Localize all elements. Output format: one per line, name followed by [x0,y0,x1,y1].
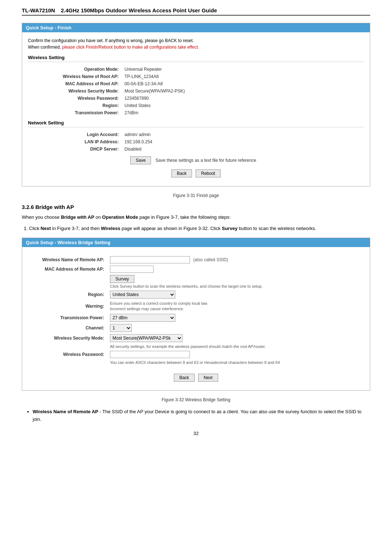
table-row: Wireless Password: 1234567890 [28,95,364,102]
root-ap-name-value: TP-LINK_1234A8 [122,73,364,80]
reboot-button[interactable]: Reboot [196,169,221,177]
login-account-value: admin/ admin [122,131,364,138]
wireless-section-heading: Wireless Setting [28,55,364,62]
table-row: Operation Mode: Universal Repeater [28,66,364,73]
wbs-remote-name-cell: (also called SSID) [108,255,364,264]
region-label: Region: [28,102,122,109]
wbs-password-label: Wireless Password: [28,350,108,359]
finish-panel-header: Quick Setup - Finish [22,23,370,32]
wbs-warning-cell: Ensure you select a correct country to c… [108,300,364,313]
table-row: Channel: 1 [28,323,364,333]
wbs-form-table: Wireless Name of Remote AP: (also called… [28,252,364,369]
wbs-mac-input[interactable] [110,266,154,273]
model-name: TL-WA7210N [22,7,55,13]
survey-note: Click Survey button to scan the wireless… [110,284,362,288]
wbs-next-button[interactable]: Next [198,374,218,382]
warning-text2: Incorrect settings may cause interferenc… [110,306,362,312]
security-note-cell: All security settings, for example the w… [108,343,364,350]
also-ssid-note: (also called SSID) [193,257,228,262]
wbs-channel-select[interactable]: 1 [110,324,132,332]
table-row: All security settings, for example the w… [28,343,364,350]
save-row: Save Save these settings as a text file … [28,156,364,164]
wbs-tx-power-select[interactable]: 27 dBm [110,314,175,322]
wbs-channel-label: Channel: [28,323,108,333]
dhcp-server-label: DHCP Server: [28,145,122,153]
table-row: Login Account: admin/ admin [28,131,364,138]
finish-intro-line1: Confirm the configuration you have set. … [28,38,194,43]
wireless-bold: Wireless [101,226,120,231]
table-row: Warning: Ensure you select a correct cou… [28,300,364,313]
finish-panel: Quick Setup - Finish Confirm the configu… [22,23,370,186]
wbs-security-select[interactable]: Most Secure(WPA/WPA2-PSk [110,334,183,342]
section-326-title: 3.2.6 Bridge with AP [22,204,370,210]
tx-power-label: Transmission Power: [28,109,122,116]
table-row: Region: United States [28,102,364,109]
lan-ip-label: LAN IP Address: [28,138,122,145]
table-row: MAC Address of Remote AP: [28,264,364,274]
wbs-security-cell: Most Secure(WPA/WPA2-PSk [108,333,364,343]
wbs-remote-name-label: Wireless Name of Remote AP: [28,255,108,264]
figure32-caption: Figure 3-32 Wireless Bridge Setting [22,397,370,402]
network-settings-table: Login Account: admin/ admin LAN IP Addre… [28,131,364,153]
save-button[interactable]: Save [130,156,151,164]
finish-intro: Confirm the configuration you have set. … [28,37,364,50]
wbs-password-input[interactable] [110,351,190,358]
op-mode-label: Operation Mode: [28,66,122,73]
wbs-region-label: Region: [28,290,108,300]
wbs-back-button[interactable]: Back [174,374,195,382]
next-bold: Next [41,226,51,231]
wbs-panel-header: Quick Setup - Wireless Bridge Setting [22,238,370,247]
security-mode-value: Most Secure(WPA/WPA2-PSK) [122,87,364,95]
table-row: DHCP Server: Disabled [28,145,364,153]
wbs-tx-power-label: Transmission Power: [28,313,108,323]
wireless-pwd-value: 1234567890 [122,95,364,102]
login-account-label: Login Account: [28,131,122,138]
wireless-remote-bold: Wireless Name of Remote AP [33,409,98,414]
table-row: Region: United States [28,290,364,300]
wireless-settings-table: Operation Mode: Universal Repeater Wirel… [28,66,364,116]
page-number: 32 [22,431,370,436]
table-row: Survey Click Survey button to scan the w… [28,274,364,290]
back-button[interactable]: Back [171,169,192,177]
table-row: Wireless Security Mode: Most Secure(WPA/… [28,87,364,95]
steps-list: Click Next in Figure 3-7, and then Wirel… [29,225,370,233]
root-ap-mac-label: MAC Address of Root AP: [28,80,122,87]
bullet-list: Wireless Name of Remote AP - The SSID of… [33,408,370,423]
table-row: You can enter ASCII characters between 8… [28,359,364,366]
table-row: Transmission Power: 27 dBm [28,313,364,323]
dhcp-server-value: Disabled [122,145,364,153]
wbs-password-cell [108,350,364,359]
op-mode-value: Universal Repeater [122,66,364,73]
guide-title: 2.4GHz 150Mbps Outdoor Wireless Access P… [61,7,217,13]
tx-power-value: 27dBm [122,109,364,116]
section-326-body: When you choose Bridge with AP on Operat… [22,214,370,221]
password-note-cell: You can enter ASCII characters between 8… [108,359,364,366]
network-section-heading: Network Setting [28,120,364,127]
finish-intro-highlight: please click Finish/Reboot button to mak… [62,45,199,50]
wireless-pwd-label: Wireless Password: [28,95,122,102]
table-row: Wireless Password: [28,350,364,359]
lan-ip-value: 192.168.0.254 [122,138,364,145]
table-row: Wireless Name of Root AP: TP-LINK_1234A8 [28,73,364,80]
wbs-warning-label: Warning: [28,300,108,313]
wbs-tx-power-cell: 27 dBm [108,313,364,323]
wbs-mac-cell [108,264,364,274]
bridge-ap-bold: Bridge with AP [61,214,94,220]
step-1: Click Next in Figure 3-7, and then Wirel… [29,225,370,233]
root-ap-name-label: Wireless Name of Root AP: [28,73,122,80]
finish-bottom-buttons: Back Reboot [28,169,364,181]
wbs-region-select[interactable]: United States [110,291,175,299]
wbs-remote-name-input[interactable] [110,256,190,263]
survey-button[interactable]: Survey [110,275,134,283]
region-value: United States [122,102,364,109]
warning-text1: Ensure you select a correct country to c… [110,301,362,306]
page-header: TL-WA7210N 2.4GHz 150Mbps Outdoor Wirele… [22,7,370,16]
survey-bold: Survey [222,226,237,231]
security-mode-label: Wireless Security Mode: [28,87,122,95]
wbs-security-label: Wireless Security Mode: [28,333,108,343]
save-note: Save these settings as a text file for f… [155,158,256,163]
wbs-region-cell: United States [108,290,364,300]
security-note-text: All security settings, for example the w… [110,344,362,349]
root-ap-mac-value: 00-0A-EB-12-34-A8 [122,80,364,87]
list-item: Wireless Name of Remote AP - The SSID of… [33,408,370,423]
